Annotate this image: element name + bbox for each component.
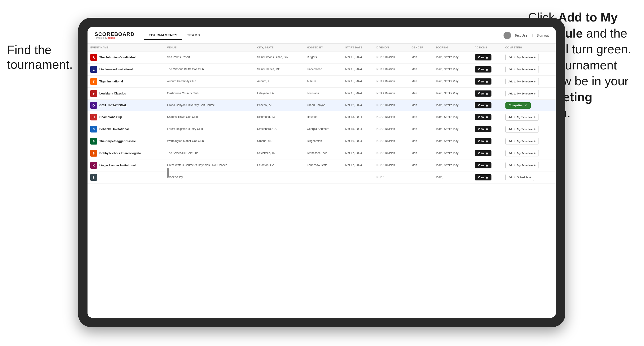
add-to-schedule-button[interactable]: Add to My Schedule +	[506, 78, 539, 85]
cell-gender: Men	[409, 88, 432, 100]
eye-icon: ◉	[486, 140, 488, 143]
sign-out-link[interactable]: Sign out	[537, 33, 549, 37]
view-button[interactable]: View ◉	[475, 78, 492, 85]
cell-start-date: Mar 16, 2024	[342, 135, 374, 147]
view-button[interactable]: View ◉	[475, 66, 492, 72]
cell-scoring: Team, Stroke Play	[432, 51, 472, 63]
table-row: H Champions Cup Shadow Hawk Golf ClubRic…	[88, 111, 556, 123]
view-label: View	[478, 176, 484, 179]
view-button[interactable]: View ◉	[475, 54, 492, 60]
add-to-schedule-button[interactable]: Add to My Schedule +	[506, 138, 539, 145]
cell-start-date: Mar 15, 2024	[342, 123, 374, 135]
cell-division: NCAA Division I	[374, 76, 409, 88]
cell-division: NCAA Division I	[374, 100, 409, 111]
cell-competing: Competing ✓	[502, 100, 556, 111]
cell-scoring: Team, Stroke Play	[432, 147, 472, 160]
cell-actions: View ◉	[472, 123, 502, 135]
event-name-cell: S Schenkel Invitational	[90, 126, 161, 133]
table-row: ♣ Louisiana Classics Oakbourne Country C…	[88, 88, 556, 100]
add-to-schedule-button[interactable]: Add to Schedule +	[506, 174, 534, 181]
plus-icon: +	[534, 127, 536, 131]
add-schedule-label: Add to Schedule	[508, 176, 528, 179]
cell-actions: View ◉	[472, 100, 502, 111]
add-to-schedule-button[interactable]: Add to My Schedule +	[506, 114, 539, 121]
cell-hosted-by: Georgia Southern	[304, 123, 342, 135]
add-schedule-label: Add to My Schedule	[508, 116, 533, 119]
cell-scoring: Team, Stroke Play	[432, 76, 472, 88]
cell-venue: Shadow Hawk Golf Club	[164, 111, 254, 123]
cell-division: NCAA Division I	[374, 88, 409, 100]
tab-teams[interactable]: TEAMS	[182, 31, 205, 40]
cell-venue: Grand Canyon University Golf Course	[164, 100, 254, 111]
cell-event-name: K Linger Longer Invitational	[88, 160, 164, 172]
cell-scoring: Team, Stroke Play	[432, 123, 472, 135]
eye-icon: ◉	[486, 128, 488, 131]
cell-division: NCAA Division I	[374, 135, 409, 147]
cell-venue: Great Waters Course At Reynolds Lake Oco…	[164, 160, 254, 172]
eye-icon: ◉	[486, 152, 488, 155]
competing-button[interactable]: Competing ✓	[506, 102, 531, 109]
tab-tournaments[interactable]: TOURNAMENTS	[144, 31, 182, 40]
add-to-schedule-button[interactable]: Add to My Schedule +	[506, 150, 539, 157]
annotation-left-text: Find the tournament.	[7, 43, 73, 71]
plus-icon: +	[534, 151, 536, 155]
view-button[interactable]: View ◉	[475, 102, 492, 108]
event-name-text: Tiger Invitational	[99, 80, 123, 83]
view-button[interactable]: View ◉	[475, 162, 492, 169]
col-division: DIVISION	[374, 44, 409, 51]
cell-start-date: Mar 11, 2024	[342, 63, 374, 76]
cell-competing: Add to My Schedule +	[502, 63, 556, 76]
add-to-schedule-button[interactable]: Add to My Schedule +	[506, 126, 539, 133]
table-row: G GCU INVITATIONAL Grand Canyon Universi…	[88, 100, 556, 111]
cell-competing: Add to My Schedule +	[502, 135, 556, 147]
cell-actions: View ◉	[472, 111, 502, 123]
view-button[interactable]: View ◉	[475, 90, 492, 97]
cell-division: NCAA Division I	[374, 111, 409, 123]
add-to-schedule-button[interactable]: Add to My Schedule +	[506, 54, 539, 61]
annotation-left: Find the tournament.	[7, 42, 83, 72]
table-row: L Lindenwood Invitational The Missouri B…	[88, 63, 556, 76]
cell-actions: View ◉	[472, 160, 502, 172]
event-name-text: Lindenwood Invitational	[99, 68, 133, 71]
eye-icon: ◉	[486, 176, 488, 179]
event-name-text: Linger Longer Invitational	[99, 164, 136, 167]
eye-icon: ◉	[486, 56, 488, 59]
col-scoring: SCORING	[432, 44, 472, 51]
cell-event-name: G GCU INVITATIONAL	[88, 100, 164, 111]
col-event-name: EVENT NAME	[88, 44, 164, 51]
cell-scoring: Team, Stroke Play	[432, 100, 472, 111]
cell-gender	[409, 172, 432, 183]
cell-event-name: B Bobby Nichols Intercollegiate	[88, 147, 164, 160]
add-to-schedule-button[interactable]: Add to My Schedule +	[506, 162, 539, 169]
eye-icon: ◉	[486, 92, 488, 95]
col-gender: GENDER	[409, 44, 432, 51]
cell-city-state: Lafayette, LA	[254, 88, 304, 100]
team-logo: B	[90, 174, 97, 181]
table-header-row: EVENT NAME VENUE CITY, STATE HOSTED BY S…	[88, 44, 556, 51]
add-schedule-label: Add to My Schedule	[508, 68, 533, 71]
logo-powered: Powered by clippd	[94, 37, 134, 39]
event-name-text: Champions Cup	[99, 116, 122, 119]
event-name-cell: R The Johnnie - O Individual	[90, 54, 161, 61]
add-to-schedule-button[interactable]: Add to My Schedule +	[506, 90, 539, 97]
cell-start-date: Mar 11, 2024	[342, 51, 374, 63]
cell-gender: Men	[409, 100, 432, 111]
view-button[interactable]: View ◉	[475, 174, 492, 180]
view-label: View	[478, 104, 484, 107]
event-name-cell: G GCU INVITATIONAL	[90, 102, 161, 109]
add-to-schedule-button[interactable]: Add to My Schedule +	[506, 66, 539, 73]
cell-start-date: Mar 12, 2024	[342, 100, 374, 111]
tablet-screen: SCOREBOARD Powered by clippd TOURNAMENTS…	[88, 27, 556, 318]
view-button[interactable]: View ◉	[475, 150, 492, 156]
col-competing: COMPETING	[502, 44, 556, 51]
eye-icon: ◉	[486, 80, 488, 83]
view-button[interactable]: View ◉	[475, 138, 492, 144]
view-button[interactable]: View ◉	[475, 114, 492, 120]
cell-actions: View ◉	[472, 76, 502, 88]
cell-hosted-by: Houston	[304, 111, 342, 123]
plus-icon: +	[534, 92, 536, 95]
table-row: R The Johnnie - O Individual Sea Palms R…	[88, 51, 556, 63]
cell-competing: Add to My Schedule +	[502, 123, 556, 135]
view-button[interactable]: View ◉	[475, 126, 492, 132]
cell-city-state: Urbana, MD	[254, 135, 304, 147]
